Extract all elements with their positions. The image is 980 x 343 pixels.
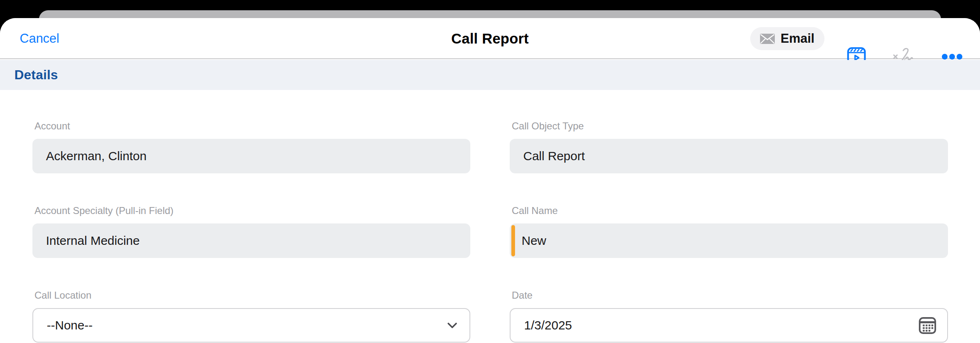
account-field-group: Account Ackerman, Clinton	[32, 120, 470, 173]
field-label: Call Object Type	[510, 120, 948, 132]
changed-field-indicator	[511, 225, 515, 256]
date-field-group: Date 1/3/2025	[510, 289, 948, 343]
section-title: Details	[14, 67, 58, 83]
field-value: 1/3/2025	[511, 318, 572, 332]
field-label: Account	[32, 120, 470, 132]
call-location-select[interactable]: --None--	[32, 308, 470, 343]
email-button[interactable]: Email	[750, 27, 824, 50]
field-value: Internal Medicine	[32, 234, 140, 248]
ellipsis-icon	[942, 54, 948, 60]
page-title: Call Report	[0, 18, 980, 59]
selected-option: --None--	[33, 318, 93, 332]
field-label: Account Specialty (Pull-in Field)	[32, 205, 470, 217]
call-report-modal-sheet: Cancel Call Report Email	[0, 18, 980, 343]
field-label: Call Location	[32, 289, 470, 302]
call-object-type-field: Call Report	[510, 139, 948, 173]
account-specialty-field-group: Account Specialty (Pull-in Field) Intern…	[32, 205, 470, 258]
account-specialty-field: Internal Medicine	[32, 223, 470, 258]
field-value: Ackerman, Clinton	[32, 149, 147, 163]
envelope-icon	[760, 34, 775, 44]
call-name-field: New	[510, 223, 948, 258]
call-name-field-group: Call Name New	[510, 205, 948, 258]
calendar-icon[interactable]	[918, 309, 936, 342]
field-value: Call Report	[510, 149, 585, 163]
email-button-label: Email	[781, 31, 815, 46]
navigation-bar: Cancel Call Report Email	[0, 18, 980, 59]
field-value: New	[510, 234, 546, 248]
details-section-header: Details	[0, 60, 980, 90]
call-object-type-field-group: Call Object Type Call Report	[510, 120, 948, 173]
field-label: Call Name	[510, 205, 948, 217]
date-field[interactable]: 1/3/2025	[510, 308, 948, 343]
call-location-field-group: Call Location --None--	[32, 289, 470, 343]
account-field: Ackerman, Clinton	[32, 139, 470, 173]
chevron-down-icon	[447, 309, 457, 342]
cancel-button[interactable]: Cancel	[20, 18, 60, 59]
field-label: Date	[510, 289, 948, 302]
